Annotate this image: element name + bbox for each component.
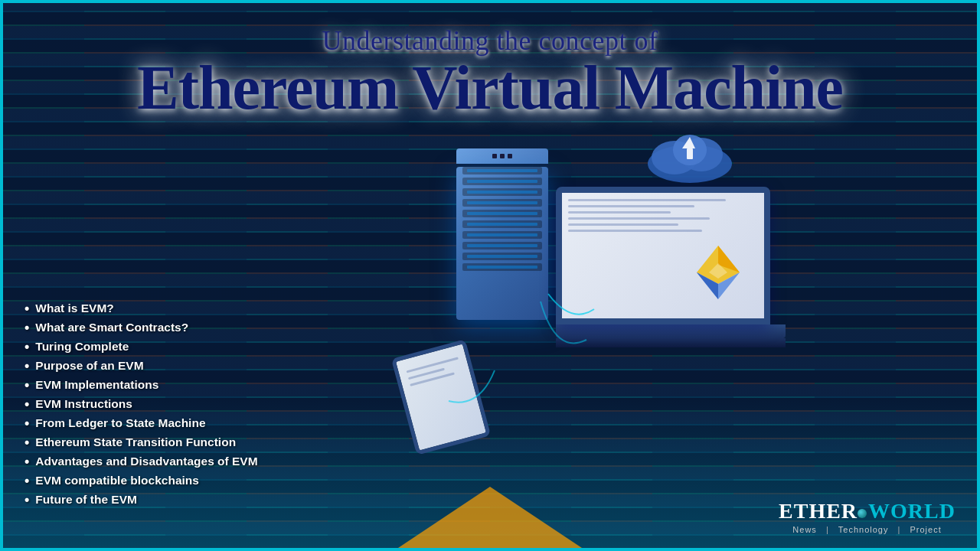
laptop-screen: [556, 187, 770, 324]
logo-text: EtherWorld: [779, 499, 956, 523]
tower-slot-1: [462, 167, 542, 174]
tower-dot-3: [508, 154, 512, 158]
eth-svg: [688, 242, 749, 303]
tower-slot-9: [462, 253, 542, 260]
screen-line-1: [568, 199, 726, 201]
arrow-decoration: [398, 487, 582, 548]
server-tower: [456, 148, 548, 302]
tagline-news: News: [792, 525, 817, 534]
tagline-sep-1: |: [826, 525, 829, 534]
tagline-project: Project: [910, 525, 941, 534]
tower-top: [456, 148, 548, 164]
laptop-illustration: [556, 187, 786, 355]
laptop-keyboard: [556, 338, 786, 347]
bullet-item-4: Purpose of an EVM: [24, 359, 258, 373]
tower-slot-10: [462, 263, 542, 271]
phone-illustration: [403, 347, 479, 447]
laptop-base: [556, 324, 786, 338]
bullet-item-1: What is EVM?: [24, 302, 258, 315]
etherworld-logo: EtherWorld News | Technology | Project: [779, 499, 956, 534]
tower-slot-3: [462, 188, 542, 196]
phone-lines: [396, 344, 474, 403]
bullet-item-8: Ethereum State Transition Function: [24, 435, 258, 449]
screen-content: [562, 193, 764, 318]
header: Understanding the concept of Ethereum Vi…: [3, 24, 977, 119]
bullet-item-6: EVM Instructions: [24, 397, 258, 411]
screen-line-5: [568, 223, 678, 226]
bullet-item-2: What are Smart Contracts?: [24, 321, 258, 334]
tower-slot-5: [462, 210, 542, 217]
phone-body: [391, 339, 491, 455]
bullet-item-11: Future of the EVM: [24, 493, 258, 507]
logo-tagline: News | Technology | Project: [779, 525, 956, 534]
tower-body: [456, 167, 548, 320]
screen-lines: [568, 199, 726, 236]
tower-slot-7: [462, 231, 542, 239]
cloud-svg: [640, 126, 740, 187]
bullet-item-9: Advantages and Disadvantages of EVM: [24, 455, 258, 468]
cloud-illustration: [640, 126, 740, 187]
screen-line-6: [568, 230, 702, 232]
logo-ether: Ether: [779, 499, 858, 523]
logo-world: World: [868, 499, 956, 523]
bullet-item-10: EVM compatible blockchains: [24, 474, 258, 487]
bullet-item-5: EVM Implementations: [24, 378, 258, 392]
logo-globe-icon: [858, 509, 867, 518]
slide: Understanding the concept of Ethereum Vi…: [0, 0, 980, 551]
bullet-list: What is EVM? What are Smart Contracts? T…: [24, 302, 258, 512]
main-title: Ethereum Virtual Machine: [3, 57, 977, 119]
svg-rect-5: [687, 148, 693, 159]
tower-dot-1: [492, 154, 497, 158]
tagline-sep-2: |: [898, 525, 901, 534]
bullet-item-3: Turing Complete: [24, 340, 258, 354]
screen-line-4: [568, 217, 710, 220]
subtitle: Understanding the concept of: [3, 24, 977, 57]
screen-line-3: [568, 211, 671, 214]
tower-slot-6: [462, 220, 542, 228]
tower-slot-8: [462, 242, 542, 249]
ethereum-logo: [688, 242, 749, 303]
tower-slot-4: [462, 199, 542, 207]
illustration: [357, 141, 801, 462]
tower-dot-2: [500, 154, 505, 158]
screen-line-2: [568, 205, 694, 207]
tagline-tech: Technology: [838, 525, 889, 534]
bullet-item-7: From Ledger to State Machine: [24, 416, 258, 430]
tower-slot-2: [462, 178, 542, 185]
